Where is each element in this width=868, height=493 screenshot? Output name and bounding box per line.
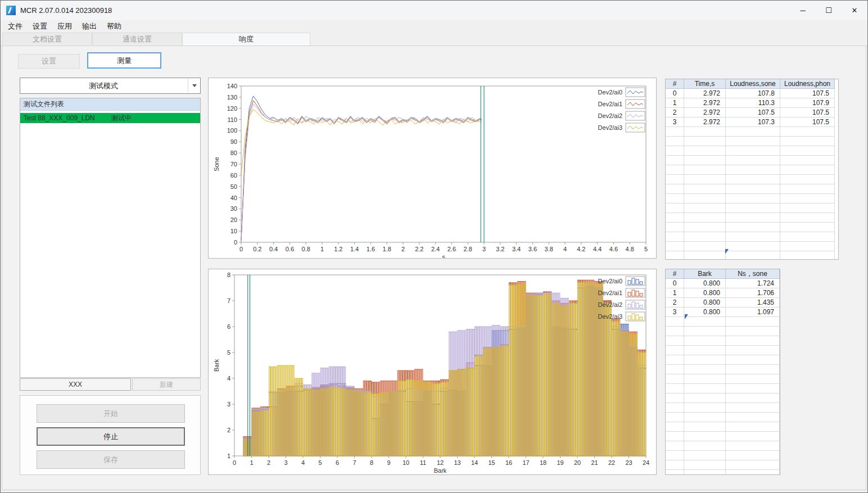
table-row[interactable] [666, 355, 780, 365]
table-row[interactable] [666, 336, 780, 346]
loudness-time-chart[interactable]: 00.20.40.60.811.21.41.61.822.22.42.62.83… [209, 78, 656, 258]
svg-text:4: 4 [563, 246, 567, 252]
svg-text:23: 23 [625, 459, 632, 466]
tab-document-settings[interactable]: 文档设置 [2, 33, 92, 45]
cell-edit-indicator [725, 249, 729, 254]
menu-item-output[interactable]: 输出 [77, 20, 102, 33]
table-row[interactable] [666, 470, 780, 475]
table-row[interactable]: 02.972107.8107.5 [666, 89, 838, 98]
svg-text:Dev2/ai1: Dev2/ai1 [598, 101, 622, 107]
svg-text:80: 80 [230, 150, 237, 156]
menu-item-apply[interactable]: 应用 [52, 20, 77, 33]
svg-text:1.6: 1.6 [367, 246, 375, 252]
table-row[interactable] [666, 175, 838, 184]
test-file-list[interactable]: 测试文件列表 Test 88_XXX_009_LDN 测试中 [20, 98, 201, 378]
app-icon [6, 6, 16, 15]
svg-text:90: 90 [230, 138, 237, 145]
table-row[interactable] [666, 441, 780, 451]
table-row[interactable] [666, 403, 780, 413]
table-row[interactable] [666, 232, 838, 242]
tab-channel-settings[interactable]: 通道设置 [92, 33, 182, 45]
svg-text:0.6: 0.6 [286, 246, 294, 252]
svg-text:7: 7 [352, 459, 356, 466]
table-row[interactable] [666, 327, 780, 336]
table-row[interactable]: 10.8001.706 [666, 288, 780, 298]
svg-text:40: 40 [230, 195, 237, 201]
table-row[interactable]: 00.8001.724 [666, 279, 780, 288]
svg-text:Dev2/ai3: Dev2/ai3 [598, 313, 622, 320]
svg-text:21: 21 [591, 459, 598, 466]
table-row[interactable] [666, 422, 780, 432]
table-row[interactable]: 32.972107.3107.5 [666, 117, 838, 127]
test-mode-select[interactable]: 测试模式 [20, 78, 201, 94]
table-row[interactable] [666, 146, 838, 156]
svg-text:10: 10 [230, 228, 237, 234]
menu-item-help[interactable]: 帮助 [102, 20, 126, 33]
svg-text:5: 5 [318, 459, 322, 466]
table-row[interactable] [666, 451, 780, 460]
svg-text:5: 5 [227, 349, 230, 356]
control-group-box: 开始 停止 保存 [20, 395, 201, 475]
bark-table: #BarkNs，sone00.8001.72410.8001.70620.800… [666, 269, 780, 475]
table-row[interactable] [666, 413, 780, 422]
table-row[interactable] [666, 460, 780, 470]
save-button[interactable]: 保存 [37, 450, 185, 469]
minimize-button[interactable]: ─ [790, 1, 816, 20]
table-row[interactable] [666, 223, 838, 232]
cell-edit-indicator [685, 314, 688, 319]
test-file-item[interactable]: Test 88_XXX_009_LDN 测试中 [20, 113, 200, 123]
table-row[interactable] [666, 194, 838, 203]
table-row[interactable] [666, 317, 780, 327]
table-row[interactable] [666, 213, 838, 223]
start-button[interactable]: 开始 [37, 404, 185, 423]
table-row[interactable] [666, 394, 780, 403]
svg-text:Dev2/ai0: Dev2/ai0 [598, 89, 622, 96]
bark-table-panel: #BarkNs，sone00.8001.72410.8001.70620.800… [665, 269, 780, 475]
table-header-row: #BarkNs，sone [666, 269, 780, 279]
table-row[interactable] [666, 184, 838, 194]
svg-text:0: 0 [233, 459, 236, 466]
stop-button[interactable]: 停止 [37, 427, 185, 446]
svg-text:2.8: 2.8 [464, 246, 472, 252]
specific-loudness-chart[interactable]: 0123456789101112131415161718192021222324… [209, 269, 656, 474]
maximize-button[interactable]: ☐ [816, 1, 842, 20]
table-row[interactable] [666, 251, 838, 260]
svg-text:13: 13 [454, 459, 460, 466]
table-row[interactable] [666, 346, 780, 355]
menu-item-settings[interactable]: 设置 [28, 20, 52, 33]
table-row[interactable] [666, 374, 780, 384]
window-title: MCR 2.07.0.014 202300918 [20, 6, 112, 15]
table-row[interactable] [666, 127, 838, 137]
svg-text:4: 4 [227, 375, 230, 382]
new-button[interactable]: 新建 [132, 378, 201, 391]
table-row[interactable]: 22.972107.5107.5 [666, 108, 838, 117]
table-row[interactable] [666, 242, 838, 251]
loudness-table: #Time,sLoudness,soneLoudness,phon02.9721… [666, 79, 838, 260]
table-row[interactable] [666, 165, 838, 175]
table-row[interactable]: 12.972110.3107.9 [666, 98, 838, 108]
svg-text:Dev2/ai1: Dev2/ai1 [598, 290, 622, 296]
svg-text:3.6: 3.6 [528, 246, 537, 252]
table-row[interactable] [666, 156, 838, 165]
table-row[interactable] [666, 384, 780, 394]
subtab-measure[interactable]: 测量 [87, 52, 161, 69]
tab-loudness[interactable]: 响度 [182, 33, 310, 46]
svg-text:Dev2/ai2: Dev2/ai2 [598, 112, 622, 119]
svg-text:s: s [442, 254, 445, 258]
table-row[interactable] [666, 432, 780, 441]
svg-text:110: 110 [227, 116, 237, 123]
table-row[interactable]: 30.8001.097 [666, 307, 780, 317]
svg-text:18: 18 [540, 459, 546, 466]
table-row[interactable]: 20.8001.435 [666, 298, 780, 307]
svg-text:17: 17 [522, 459, 529, 466]
subtab-settings[interactable]: 设置 [18, 54, 80, 69]
svg-text:4.2: 4.2 [577, 246, 585, 252]
table-row[interactable] [666, 365, 780, 374]
table-row[interactable] [666, 203, 838, 213]
xxx-button[interactable]: XXX [20, 378, 131, 391]
table-row[interactable] [666, 137, 838, 146]
menu-item-file[interactable]: 文件 [3, 20, 28, 33]
app-window: MCR 2.07.0.014 202300918 ─ ☐ ✕ 文件 设置 应用 … [0, 0, 868, 493]
close-button[interactable]: ✕ [842, 1, 867, 20]
svg-text:2: 2 [227, 427, 230, 433]
